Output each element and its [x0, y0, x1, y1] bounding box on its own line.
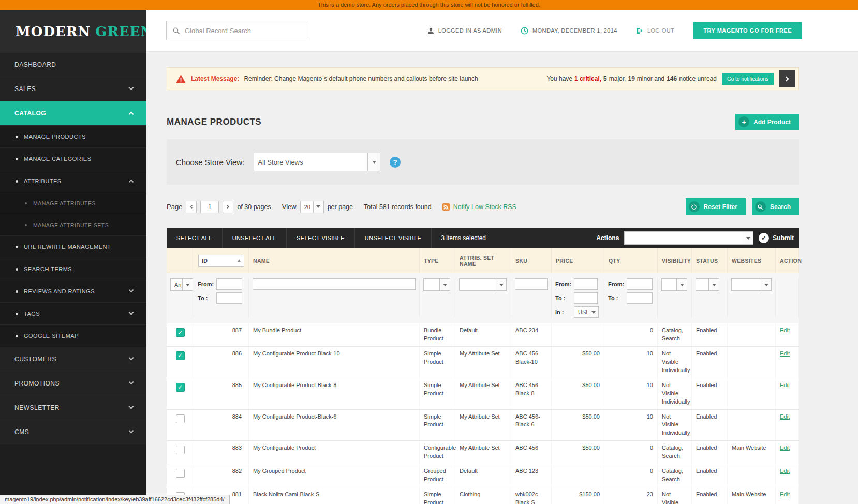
sidebar-item-manage-attributes[interactable]: MANAGE ATTRIBUTES — [0, 192, 146, 214]
edit-link[interactable]: Edit — [780, 327, 790, 333]
add-product-button[interactable]: + Add Product — [735, 114, 799, 130]
toolbar-buttons: Reset Filter Search — [686, 198, 799, 215]
name-filter-input[interactable] — [253, 278, 416, 290]
logo-word-green: GREEN — [95, 24, 153, 39]
logout-link[interactable]: LOG OUT — [636, 27, 674, 34]
reset-filter-button[interactable]: Reset Filter — [686, 198, 746, 215]
notification-next-button[interactable] — [779, 70, 795, 87]
sidebar-item-manage-products[interactable]: MANAGE PRODUCTS — [0, 126, 146, 148]
column-header-websites[interactable]: WEBSITES — [728, 248, 776, 273]
qty-to-input[interactable] — [627, 292, 653, 304]
row-checkbox[interactable]: ✓ — [176, 383, 185, 392]
unselect-visible-button[interactable]: UNSELECT VISIBLE — [355, 228, 432, 248]
currency-filter-select[interactable]: USD — [574, 306, 599, 318]
cell-action: Edit — [776, 441, 799, 464]
records-found-label: Total 581 records found — [364, 203, 432, 211]
sku-filter-input[interactable] — [515, 278, 548, 290]
sidebar-item-label: SALES — [14, 85, 36, 93]
edit-link[interactable]: Edit — [780, 382, 790, 388]
sidebar-item-google-sitemap[interactable]: GOOGLE SITEMAP — [0, 325, 146, 347]
column-header-status[interactable]: STATUS — [692, 248, 728, 273]
qty-from-input[interactable] — [627, 278, 653, 290]
dropdown-arrow-icon — [439, 279, 450, 290]
table-body: ✓887My Bundle ProductBundle ProductDefau… — [167, 323, 799, 504]
sidebar-item-manage-attribute-sets[interactable]: MANAGE ATTRIBUTE SETS — [0, 214, 146, 236]
visibility-filter-select[interactable] — [661, 278, 687, 291]
dropdown-arrow-icon — [761, 279, 771, 290]
edit-link[interactable]: Edit — [780, 413, 790, 420]
row-checkbox[interactable] — [176, 469, 185, 478]
column-header-attrib_set[interactable]: ATTRIB. SET NAME — [455, 248, 511, 273]
products-grid: SELECT ALL UNSELECT ALL SELECT VISIBLE U… — [167, 228, 799, 504]
search-button[interactable]: Search — [752, 198, 799, 215]
chevron-down-icon — [129, 310, 134, 315]
go-to-notifications-button[interactable]: Go to notifications — [722, 73, 774, 85]
status-filter-select[interactable] — [696, 278, 719, 291]
cell-visibility: Not Visible Individually — [658, 347, 692, 378]
actions-select[interactable] — [624, 231, 753, 245]
cell-id: 885 — [194, 378, 249, 409]
checkbox-filter-select[interactable]: Any — [170, 278, 193, 291]
page-number-input[interactable] — [200, 201, 219, 213]
select-visible-button[interactable]: SELECT VISIBLE — [287, 228, 355, 248]
sidebar-item-search-terms[interactable]: SEARCH TERMS — [0, 258, 146, 280]
items-selected-label: 3 items selected — [441, 228, 486, 248]
sidebar-item-sales[interactable]: SALES — [0, 77, 146, 101]
websites-filter-select[interactable] — [731, 278, 772, 291]
notify-low-stock-rss-link[interactable]: Notify Low Stock RSS — [453, 203, 516, 211]
sidebar-item-cms[interactable]: CMS — [0, 420, 146, 444]
attrib-set-filter-select[interactable] — [459, 278, 507, 291]
row-checkbox[interactable] — [176, 446, 185, 454]
cell-action: Edit — [776, 464, 799, 487]
logo[interactable]: MODERN GREEN — [0, 10, 146, 53]
select-all-button[interactable]: SELECT ALL — [167, 228, 223, 248]
sidebar-item-label: MANAGE CATEGORIES — [24, 156, 92, 162]
sidebar-item-label: REVIEWS AND RATINGS — [24, 288, 95, 294]
cell-type: Simple Product — [420, 378, 455, 409]
prev-page-button[interactable] — [186, 201, 197, 213]
per-page-select[interactable]: 20 — [300, 201, 324, 213]
column-header-visibility[interactable]: VISIBILITY — [658, 248, 692, 273]
cell-visibility: Catalog, Search — [658, 323, 692, 346]
column-header-name[interactable]: NAME — [249, 248, 420, 273]
edit-link[interactable]: Edit — [780, 468, 790, 474]
sidebar-item-dashboard[interactable]: DASHBOARD — [0, 53, 146, 77]
row-checkbox[interactable] — [176, 414, 185, 423]
sidebar-item-url-rewrite-management[interactable]: URL REWRITE MANAGEMENT — [0, 236, 146, 258]
store-view-select[interactable]: All Store Views — [254, 153, 380, 171]
column-header-sku[interactable]: SKU — [511, 248, 552, 273]
sidebar-item-newsletter[interactable]: NEWSLETTER — [0, 396, 146, 420]
sidebar-item-catalog[interactable]: CATALOG — [0, 101, 146, 126]
table-row: 882My Grouped ProductGrouped ProductDefa… — [167, 464, 799, 487]
sidebar-item-reviews-and-ratings[interactable]: REVIEWS AND RATINGS — [0, 280, 146, 303]
price-from-input[interactable] — [574, 278, 598, 290]
row-checkbox[interactable]: ✓ — [176, 328, 185, 337]
edit-link[interactable]: Edit — [780, 350, 790, 357]
row-checkbox[interactable]: ✓ — [176, 351, 185, 360]
column-header-type[interactable]: TYPE — [420, 248, 455, 273]
unselect-all-button[interactable]: UNSELECT ALL — [223, 228, 287, 248]
sidebar-item-customers[interactable]: CUSTOMERS — [0, 347, 146, 372]
sidebar-item-attributes[interactable]: ATTRIBUTES — [0, 170, 146, 192]
help-icon[interactable]: ? — [390, 157, 401, 168]
price-to-input[interactable] — [574, 292, 598, 304]
global-search-input[interactable] — [185, 27, 302, 35]
id-to-input[interactable] — [216, 292, 242, 304]
next-page-button[interactable] — [223, 201, 233, 213]
try-magento-button[interactable]: TRY MAGENTO GO FOR FREE — [693, 22, 802, 39]
column-header-qty[interactable]: QTY — [604, 248, 658, 273]
dropdown-arrow-icon — [367, 153, 380, 171]
type-filter-select[interactable] — [423, 278, 450, 291]
column-header-action[interactable]: ACTION — [776, 248, 799, 273]
sidebar-item-promotions[interactable]: PROMOTIONS — [0, 372, 146, 396]
sidebar-item-manage-categories[interactable]: MANAGE CATEGORIES — [0, 148, 146, 170]
edit-link[interactable]: Edit — [780, 491, 790, 497]
notice-label: notice unread — [679, 75, 717, 82]
column-header-id[interactable]: ID — [194, 248, 249, 273]
submit-button[interactable]: ✓ Submit — [759, 233, 794, 243]
edit-link[interactable]: Edit — [780, 444, 790, 451]
id-from-input[interactable] — [216, 278, 242, 290]
sidebar-item-tags[interactable]: TAGS — [0, 303, 146, 325]
filter-cell-sku — [511, 278, 552, 318]
column-header-price[interactable]: PRICE — [552, 248, 604, 273]
